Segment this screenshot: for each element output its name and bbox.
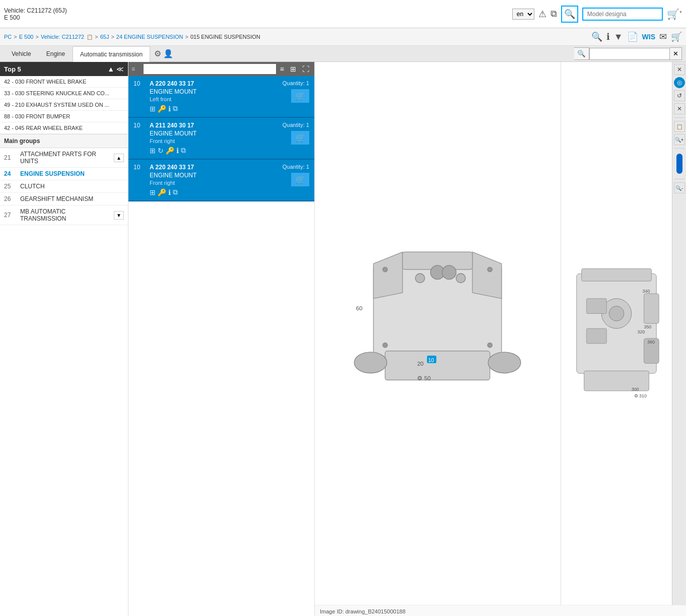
breadcrumb-65j[interactable]: 65J [100, 34, 109, 40]
part-info-icon-1[interactable]: ℹ [176, 146, 179, 155]
part-desc-1: Front right [150, 138, 279, 144]
rt-history-button[interactable]: ↺ [674, 90, 685, 101]
top5-collapse-button[interactable]: ▲ [107, 65, 114, 73]
part-item-1[interactable]: 10 A 211 240 30 17 ENGINE MOUNT Front ri… [128, 118, 314, 160]
app-header: Vehicle: C211272 (65J) E 500 en de fr ⚠ … [0, 0, 686, 28]
svg-point-5 [489, 352, 521, 373]
warning-icon-button[interactable]: ⚠ [538, 9, 546, 20]
breadcrumb-e500[interactable]: E 500 [19, 34, 34, 40]
group-item-26[interactable]: 26 GEARSHIFT MECHANISM [0, 193, 128, 206]
rt-separator-1 [674, 117, 684, 118]
add-to-cart-btn-1[interactable]: 🛒 [291, 131, 309, 145]
part-refresh-icon-1[interactable]: ↻ [158, 146, 164, 155]
rt-cancel-button[interactable]: ✕ [674, 103, 685, 114]
group-item-25[interactable]: 25 CLUTCH [0, 180, 128, 193]
parts-toolbar: ≡ ≡ ⊞ ⛶ [128, 62, 314, 76]
add-to-cart-btn-2[interactable]: 🛒 [291, 173, 309, 186]
group-item-27[interactable]: 27 MB AUTOMATIC TRANSMISSION ▼ [0, 206, 128, 225]
group-item-24[interactable]: 24 ENGINE SUSPENSION [0, 168, 128, 180]
top5-item-3[interactable]: 88 - 030 FRONT BUMPER [0, 111, 128, 122]
tab-vehicle[interactable]: Vehicle [4, 46, 39, 61]
svg-text:320: 320 [638, 329, 645, 334]
tab-automatic-transmission[interactable]: Automatic transmission [73, 46, 150, 62]
part-number-1: A 211 240 30 17 [150, 122, 279, 129]
rt-target-button[interactable]: ◎ [674, 77, 685, 88]
model-search-input[interactable] [582, 8, 663, 21]
settings-tab-icon[interactable]: ⚙ [154, 49, 161, 58]
breadcrumb-vehicle[interactable]: Vehicle: C211272 📋 [41, 34, 93, 40]
info-icon-button[interactable]: ℹ [606, 31, 610, 42]
parts-panel: ≡ ≡ ⊞ ⛶ 10 A 220 240 33 17 ENGINE MOUNT … [128, 62, 315, 616]
top5-item-2[interactable]: 49 - 210 EXHAUST SYSTEM USED ON ... [0, 99, 128, 111]
top5-item-4[interactable]: 42 - 045 REAR WHEEL BRAKE [0, 122, 128, 134]
tab-search-input[interactable] [589, 48, 670, 60]
sidebar: Top 5 ▲ ≪ 42 - 030 FRONT WHEEL BRAKE 33 … [0, 62, 128, 616]
tab-search-icon-button[interactable]: 🔍 [574, 47, 589, 60]
filter-icon-button[interactable]: ▼ [614, 32, 623, 42]
parts-list-view-btn[interactable]: ≡ [278, 64, 286, 74]
part-item-2[interactable]: 10 A 220 240 33 17 ENGINE MOUNT Front ri… [128, 160, 314, 201]
rt-separator-2 [674, 148, 684, 149]
tab-clear-button[interactable]: ✕ [670, 47, 682, 60]
svg-text:⚙ 310: ⚙ 310 [634, 393, 647, 398]
top5-item-1[interactable]: 33 - 030 STEERING KNUCKLE AND CO... [0, 88, 128, 99]
cart-icon-button[interactable]: 🛒 [671, 31, 682, 42]
top5-item-0[interactable]: 42 - 030 FRONT WHEEL BRAKE [0, 76, 128, 88]
group-item-21[interactable]: 21 ATTACHMENT PARTS FOR UNITS ▲ [0, 148, 128, 168]
group-label-26: GEARSHIFT MECHANISM [20, 195, 93, 202]
user-tab-icon[interactable]: 👤 [163, 49, 173, 58]
part-desc-2: Front right [150, 180, 279, 186]
part-table-icon-2[interactable]: ⊞ [150, 188, 156, 196]
part-key-icon-1[interactable]: 🔑 [166, 146, 174, 155]
scroll-down-btn[interactable]: ▼ [114, 211, 124, 220]
doc-icon-button[interactable]: 📄 [627, 31, 638, 42]
breadcrumb-actions: 🔍 ℹ ▼ 📄 WIS ✉ 🛒 [591, 31, 682, 42]
language-select[interactable]: en de fr [512, 9, 534, 20]
tab-engine[interactable]: Engine [39, 46, 73, 61]
svg-point-11 [383, 267, 387, 271]
group-scroll-27: ▼ [114, 211, 124, 220]
parts-grid-view-btn[interactable]: ⊞ [288, 64, 298, 74]
part-item-0[interactable]: 10 A 220 240 33 17 ENGINE MOUNT Left fro… [128, 76, 314, 118]
vehicle-label: Vehicle: C211272 (65J) [4, 7, 67, 14]
part-info-icon-0[interactable]: ℹ [168, 104, 171, 113]
part-info-icon-2[interactable]: ℹ [168, 188, 171, 196]
mail-icon-button[interactable]: ✉ [659, 31, 667, 42]
breadcrumb-pc[interactable]: PC [4, 34, 12, 40]
svg-point-9 [416, 273, 425, 283]
part-copy-icon-0[interactable]: ⧉ [173, 104, 178, 113]
copy-icon-button[interactable]: ⧉ [551, 9, 557, 19]
svg-text:300: 300 [632, 387, 639, 392]
part-pos-0: 10 [133, 80, 146, 87]
rt-blue-indicator [676, 154, 682, 174]
group-scroll-21: ▲ [114, 154, 124, 162]
zoom-in-icon-button[interactable]: 🔍 [591, 31, 602, 42]
part-copy-icon-2[interactable]: ⧉ [173, 188, 178, 196]
rt-zoom-in-button[interactable]: 🔍+ [674, 134, 685, 145]
wis-icon-button[interactable]: WIS [642, 33, 655, 41]
part-name-1: ENGINE MOUNT [150, 130, 279, 137]
search-icon-button[interactable]: 🔍 [561, 6, 578, 23]
scroll-up-btn[interactable]: ▲ [114, 154, 124, 162]
part-key-icon-0[interactable]: 🔑 [158, 104, 166, 113]
breadcrumb-engine-suspension[interactable]: 24 ENGINE SUSPENSION [116, 34, 183, 40]
part-key-icon-2[interactable]: 🔑 [158, 188, 166, 196]
add-to-cart-btn-0[interactable]: 🛒 [291, 89, 309, 103]
part-copy-icon-1[interactable]: ⧉ [181, 146, 186, 155]
cart-add-button[interactable]: 🛒+ [667, 8, 682, 20]
part-table-icon-0[interactable]: ⊞ [150, 104, 156, 113]
rt-clipboard-button[interactable]: 📋 [674, 121, 685, 132]
parts-drag-handle: ≡ [131, 65, 142, 73]
svg-text:340: 340 [642, 289, 650, 294]
part-name-2: ENGINE MOUNT [150, 172, 279, 179]
part-qty-0: Quantity: 1 [283, 80, 309, 86]
main-groups-header: Main groups [0, 134, 128, 148]
part-table-icon-1[interactable]: ⊞ [150, 146, 156, 155]
parts-search-input[interactable] [144, 64, 276, 74]
group-label-25: CLUTCH [20, 183, 45, 190]
part-name-0: ENGINE MOUNT [150, 88, 279, 95]
parts-expand-btn[interactable]: ⛶ [300, 64, 311, 74]
rt-zoom-out-button[interactable]: 🔍- [674, 182, 685, 193]
top5-close-button[interactable]: ≪ [116, 65, 124, 73]
rt-close-button[interactable]: ✕ [674, 64, 685, 75]
